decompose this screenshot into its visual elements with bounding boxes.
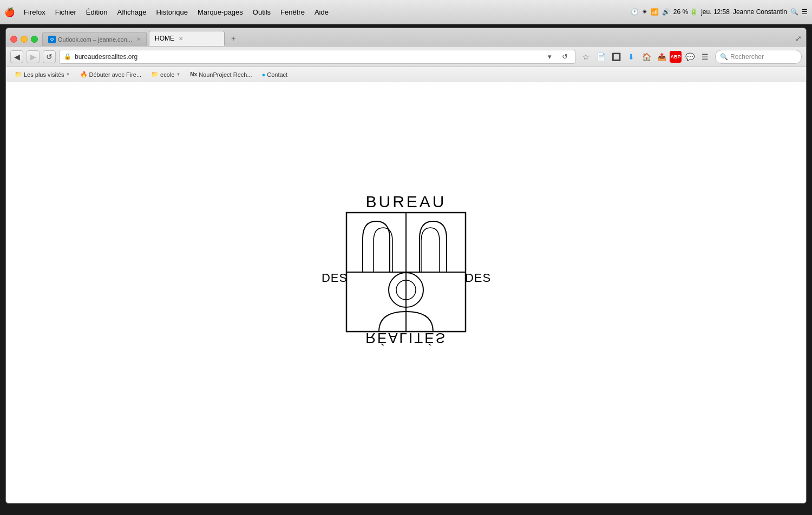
tab-outlook[interactable]: O Outlook.com – jeanne.con... ✕ [42, 32, 147, 46]
forward-button[interactable]: ▶ [27, 50, 40, 63]
bookmark-nounproject-label: NounProject Rech... [199, 71, 252, 78]
bookmark-nounproject[interactable]: Nx NounProject Rech... [186, 70, 256, 79]
bookmark-ecole[interactable]: 📁 ecole ▼ [147, 70, 185, 79]
user-name: Jeanne Constantin [733, 8, 787, 16]
svg-text:BUREAU: BUREAU [365, 193, 446, 210]
address-input[interactable]: 🔒 bureaudesrealites.org ▾ ↺ [59, 50, 575, 64]
bookmark-noun-icon: Nx [190, 71, 197, 77]
address-bar: ◀ ▶ ↺ 🔒 bureaudesrealites.org ▾ ↺ ☆ 📄 🔲 … [6, 47, 806, 67]
battery-display: 26 % 🔋 [673, 8, 698, 16]
page-content: BUREAU [6, 82, 806, 503]
send-icon[interactable]: 📤 [654, 50, 669, 64]
menubar-aide[interactable]: Aide [310, 7, 333, 17]
new-tab-button[interactable]: + [228, 33, 239, 44]
menubar-edition[interactable]: Édition [82, 7, 112, 17]
chevron-down2-icon: ▼ [176, 72, 180, 77]
download-icon[interactable]: ⬇ [624, 50, 638, 64]
svg-text:RÉALITÉS: RÉALITÉS [365, 330, 447, 346]
lock-icon: 🔒 [64, 53, 71, 60]
menubar-marquepages[interactable]: Marque-pages [193, 7, 247, 17]
wifi-icon: 📶 [651, 8, 659, 16]
menubar: 🍎 Firefox Fichier Édition Affichage Hist… [0, 0, 812, 24]
menubar-affichage[interactable]: Affichage [113, 7, 151, 17]
menubar-outils[interactable]: Outils [248, 7, 275, 17]
pocket-icon[interactable]: 🔲 [609, 50, 623, 64]
chat-icon[interactable]: 💬 [683, 50, 697, 64]
home-button[interactable]: 🏠 [639, 50, 653, 64]
bookmark-contact[interactable]: ● Contact [258, 70, 292, 79]
battery-icon: 🔋 [690, 8, 698, 16]
bookmark-ecole-label: ecole [160, 71, 174, 78]
menubar-historique[interactable]: Historique [152, 7, 192, 17]
bookmark-les-plus-visites-label: Les plus visités [24, 71, 64, 78]
tab-bar: O Outlook.com – jeanne.con... ✕ HOME ✕ +… [6, 28, 806, 47]
search-placeholder: Rechercher [730, 53, 764, 61]
adblock-icon[interactable]: ABP [670, 51, 682, 63]
outlook-favicon: O [48, 36, 56, 43]
tab-outlook-label: Outlook.com – jeanne.con... [58, 36, 132, 43]
menubar-system-area: 🕐 ✴ 📶 🔊 26 % 🔋 jeu. 12:58 Jeanne Constan… [631, 8, 808, 16]
bookmark-debuter[interactable]: 🔥 Débuter avec Fire... [76, 70, 146, 79]
fullscreen-button[interactable]: ⤢ [795, 34, 802, 43]
bookmark-les-plus-visites[interactable]: 📁 Les plus visités ▼ [10, 70, 75, 79]
menubar-firefox[interactable]: Firefox [19, 7, 50, 17]
tab-home-label: HOME [155, 35, 174, 42]
search-icon[interactable]: 🔍 [790, 8, 798, 16]
bookmark-folder-icon: 📁 [15, 71, 22, 78]
battery-percent: 26 % [673, 8, 688, 16]
menubar-fenetre[interactable]: Fenêtre [276, 7, 309, 17]
toolbar-icons: ☆ 📄 🔲 ⬇ 🏠 📤 ABP 💬 ☰ [579, 50, 712, 64]
volume-icon: 🔊 [662, 8, 670, 16]
bookmark-contact-icon: ● [262, 71, 266, 78]
tab-home-close[interactable]: ✕ [179, 36, 183, 42]
reader-mode-icon[interactable]: 📄 [594, 50, 608, 64]
chevron-down-icon: ▼ [66, 72, 70, 77]
bureau-des-realites-logo: BUREAU [319, 190, 493, 395]
back-button[interactable]: ◀ [10, 50, 23, 63]
site-logo: BUREAU [319, 190, 493, 395]
menubar-fichier[interactable]: Fichier [51, 7, 81, 17]
search-icon: 🔍 [720, 53, 728, 61]
tab-outlook-close[interactable]: ✕ [136, 36, 141, 42]
network-icon: 🕐 [631, 8, 639, 16]
bookmarks-bar: 📁 Les plus visités ▼ 🔥 Débuter avec Fire… [6, 67, 806, 82]
bookmark-debuter-label: Débuter avec Fire... [89, 71, 142, 78]
apple-menu[interactable]: 🍎 [4, 7, 15, 17]
close-window-button[interactable] [10, 36, 17, 43]
reload-small-icon[interactable]: ↺ [559, 51, 571, 63]
bookmark-folder2-icon: 📁 [151, 71, 159, 78]
traffic-lights [10, 36, 38, 43]
url-display: bureaudesrealites.org [75, 53, 540, 61]
browser-window: O Outlook.com – jeanne.con... ✕ HOME ✕ +… [5, 28, 807, 504]
bookmark-star-icon[interactable]: ☆ [579, 50, 593, 64]
svg-text:DES: DES [322, 271, 348, 285]
search-box[interactable]: 🔍 Rechercher [715, 50, 802, 64]
bookmark-contact-label: Contact [267, 71, 287, 78]
tab-home[interactable]: HOME ✕ [149, 31, 225, 46]
hamburger-menu[interactable]: ☰ [698, 50, 712, 64]
menu-icon[interactable]: ☰ [802, 8, 808, 16]
bluetooth-icon: ✴ [642, 8, 647, 16]
dropdown-icon[interactable]: ▾ [543, 51, 555, 63]
minimize-window-button[interactable] [21, 36, 28, 43]
reload-button[interactable]: ↺ [43, 50, 56, 63]
bookmark-fire-icon: 🔥 [80, 71, 88, 78]
clock: jeu. 12:58 [701, 8, 730, 16]
svg-text:DES: DES [465, 271, 491, 285]
maximize-window-button[interactable] [31, 36, 38, 43]
